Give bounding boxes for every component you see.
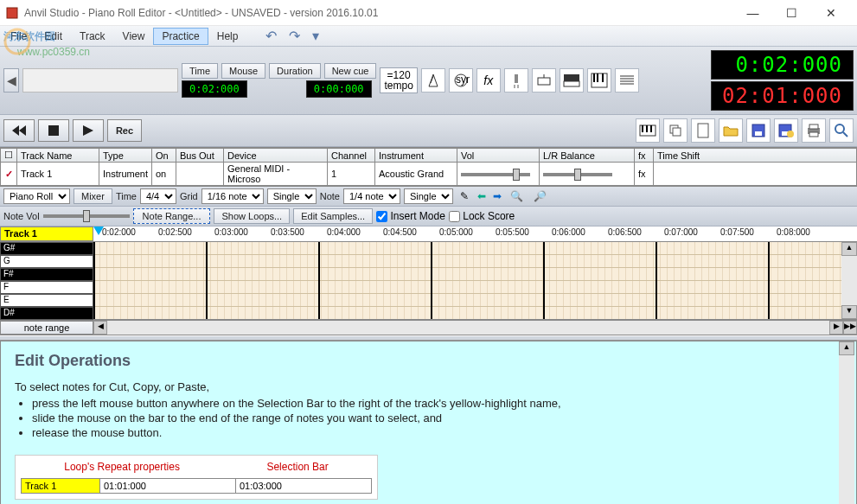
track-type-cell[interactable]: Instrument — [99, 163, 152, 186]
noterange-btn2[interactable]: note range — [0, 321, 93, 335]
scroll-right-icon[interactable]: ▶ — [829, 321, 843, 335]
tool-zoomout-icon[interactable]: 🔍 — [507, 190, 527, 202]
timeline-trackname[interactable]: Track 1 — [0, 226, 93, 241]
piano-key[interactable]: E — [0, 294, 93, 307]
play-button[interactable] — [73, 119, 104, 142]
col-device[interactable]: Device — [223, 149, 327, 163]
timesig-select[interactable]: 4/4 — [140, 188, 176, 204]
noterange-button[interactable]: Note Range... — [133, 208, 211, 224]
time-button[interactable]: Time — [182, 63, 218, 79]
track-row[interactable]: ✓ Track 1 Instrument on General MIDI - M… — [1, 163, 857, 186]
duration-button[interactable]: Duration — [269, 63, 321, 79]
col-on[interactable]: On — [151, 149, 176, 163]
col-balance[interactable]: L/R Balance — [539, 149, 634, 163]
track-fx-cell[interactable]: fx — [634, 163, 653, 186]
col-instrument[interactable]: Instrument — [374, 149, 457, 163]
help-scroll-up-icon[interactable]: ▲ — [839, 341, 854, 355]
note-grid[interactable] — [93, 242, 841, 319]
note-select[interactable]: 1/4 note — [343, 188, 400, 204]
device-icon[interactable] — [532, 68, 556, 93]
view-select[interactable]: Piano Roll — [3, 188, 70, 204]
synth-icon[interactable] — [560, 68, 584, 93]
piano-key[interactable]: D# — [0, 307, 93, 320]
track-check[interactable]: ✓ — [1, 163, 17, 186]
keyboard2-icon[interactable] — [636, 118, 660, 143]
grid-single-select[interactable]: Single — [267, 188, 317, 204]
print-icon[interactable] — [802, 118, 826, 143]
tempo-box[interactable]: =120tempo — [380, 67, 417, 93]
redo-icon[interactable]: ↷ — [285, 26, 304, 46]
track-device-cell[interactable]: General MIDI - Microso — [223, 163, 327, 186]
track-balance-cell[interactable] — [539, 163, 634, 186]
tool-pencil-icon[interactable]: ✎ — [457, 190, 472, 202]
tool-next-icon[interactable]: ➡ — [491, 190, 503, 202]
scroll-up-icon[interactable]: ▲ — [841, 242, 857, 256]
insertmode-check[interactable]: Insert Mode — [376, 210, 445, 222]
vscroll[interactable]: ▲ ▼ — [841, 242, 857, 319]
menu-track[interactable]: Track — [71, 28, 114, 45]
piano-key[interactable]: F# — [0, 268, 93, 281]
col-trackname[interactable]: Track Name — [17, 149, 99, 163]
staff-icon[interactable] — [615, 68, 639, 93]
col-channel[interactable]: Channel — [327, 149, 374, 163]
tool-prev-icon[interactable]: ⬅ — [476, 190, 488, 202]
zoom-icon[interactable] — [829, 118, 854, 143]
piano-key[interactable]: G — [0, 255, 93, 268]
col-busout[interactable]: Bus Out — [176, 149, 223, 163]
hscroll[interactable]: ◀ ▶ ▶▶ — [93, 321, 857, 335]
track-name-cell[interactable]: Track 1 — [17, 163, 99, 186]
menu-edit[interactable]: Edit — [35, 28, 71, 45]
save-icon[interactable] — [746, 118, 771, 143]
grid-select[interactable]: 1/16 note — [201, 188, 264, 204]
fx-icon[interactable]: fx — [476, 68, 501, 93]
piano-key[interactable]: F — [0, 281, 93, 294]
scroll-left2-icon[interactable]: ◀ — [93, 321, 107, 335]
record-button[interactable]: Rec — [107, 119, 142, 142]
tool-zoomin-icon[interactable]: 🔎 — [530, 190, 550, 202]
maximize-button[interactable]: ☐ — [772, 0, 811, 26]
menu-file[interactable]: File — [2, 28, 35, 45]
notevol-slider[interactable] — [43, 214, 130, 218]
track-vol-cell[interactable] — [457, 163, 539, 186]
scroll-left-icon[interactable]: ◀ — [3, 68, 19, 93]
col-check[interactable]: ☐ — [1, 149, 17, 163]
newcue-button[interactable]: New cue — [324, 63, 377, 79]
col-vol[interactable]: Vol — [457, 149, 539, 163]
mixer-button[interactable]: Mixer — [74, 188, 112, 204]
editsamples-button[interactable]: Edit Samples... — [293, 208, 373, 224]
menu-view[interactable]: View — [114, 28, 154, 45]
col-type[interactable]: Type — [99, 149, 152, 163]
new-icon[interactable] — [691, 118, 715, 143]
rewind-button[interactable] — [3, 119, 35, 142]
mouse-button[interactable]: Mouse — [221, 63, 265, 79]
lockscore-check[interactable]: Lock Score — [449, 210, 515, 222]
col-timeshift[interactable]: Time Shift — [653, 149, 856, 163]
track-on-cell[interactable]: on — [151, 163, 176, 186]
close-button[interactable]: ✕ — [811, 0, 850, 26]
scroll-down-icon[interactable]: ▼ — [841, 305, 857, 319]
track-channel-cell[interactable]: 1 — [327, 163, 374, 186]
undo-icon[interactable]: ↶ — [262, 26, 280, 46]
stop-button[interactable] — [38, 119, 69, 142]
minimize-button[interactable]: — — [733, 0, 772, 26]
menu-help[interactable]: Help — [208, 28, 247, 45]
col-fx[interactable]: fx — [634, 149, 653, 163]
track-bus-cell[interactable] — [176, 163, 223, 186]
help-vscroll[interactable]: ▲ — [839, 341, 854, 504]
copy-icon[interactable] — [663, 118, 688, 143]
note-single-select[interactable]: Single — [404, 188, 453, 204]
save2-icon[interactable] — [774, 118, 798, 143]
showloops-button[interactable]: Show Loops... — [214, 208, 290, 224]
dropdown-icon[interactable]: ▾ — [309, 26, 323, 46]
track-timeshift-cell[interactable] — [653, 163, 856, 186]
track-instrument-cell[interactable]: Acoustic Grand — [374, 163, 457, 186]
sync-icon[interactable]: sync — [449, 68, 473, 93]
piano-icon[interactable] — [587, 68, 611, 93]
open-icon[interactable] — [719, 118, 743, 143]
metronome-icon[interactable] — [421, 68, 445, 93]
piano-key[interactable]: G# — [0, 242, 93, 255]
menu-practice[interactable]: Practice — [153, 28, 208, 45]
plug-icon[interactable] — [504, 68, 528, 93]
scroll-end-icon[interactable]: ▶▶ — [843, 321, 857, 335]
ruler[interactable]: 0:02:0000:02:5000:03:0000:03:5000:04:000… — [93, 226, 857, 241]
